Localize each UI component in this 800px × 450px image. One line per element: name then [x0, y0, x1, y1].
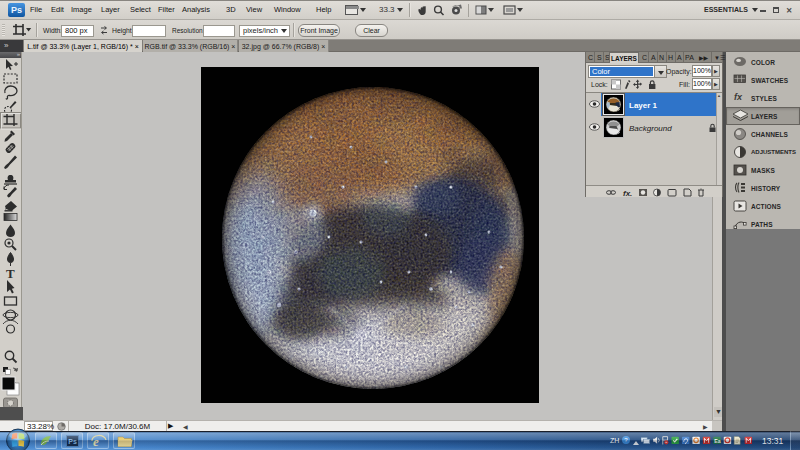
- svg-text:fx.: fx.: [623, 189, 632, 198]
- svg-text:e: e: [93, 434, 99, 449]
- svg-text:Ea: Ea: [714, 438, 720, 444]
- svg-text:T: T: [6, 266, 15, 281]
